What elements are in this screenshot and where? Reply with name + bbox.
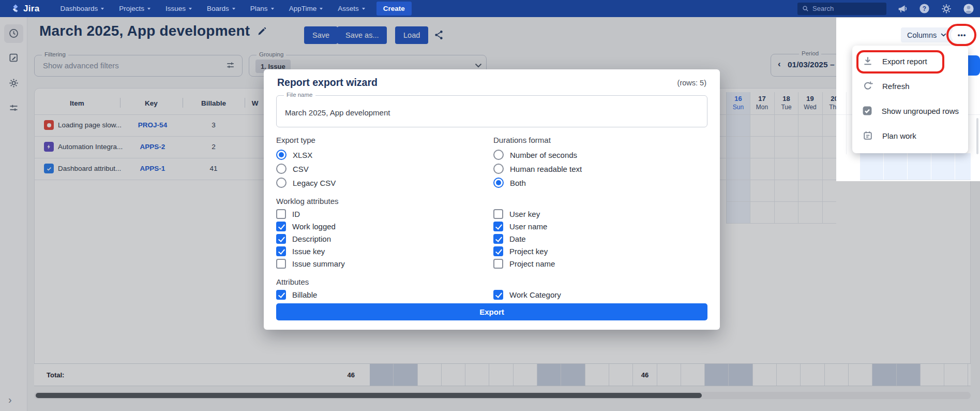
worklog-attributes-label: Worklog attributes — [276, 197, 339, 206]
radio-legacy-csv[interactable]: Legacy CSV — [276, 177, 336, 188]
radio-number-of-seconds[interactable]: Number of seconds — [493, 149, 577, 160]
settings-gear-icon[interactable] — [941, 3, 952, 14]
menu-item-export-report[interactable]: Export report — [852, 49, 968, 74]
search-input[interactable] — [812, 5, 877, 12]
durations-format-label: Durations format — [493, 136, 551, 144]
file-name-input[interactable]: March 2025, App development — [285, 108, 390, 117]
app-root: Jira Dashboards Projects Issues Boards P… — [0, 0, 980, 411]
top-nav: Jira Dashboards Projects Issues Boards P… — [0, 0, 980, 17]
calendar-icon — [862, 130, 874, 141]
nav-item-projects[interactable]: Projects — [119, 5, 150, 12]
checkbox-icon[interactable] — [276, 209, 286, 219]
radio-icon[interactable] — [276, 178, 287, 188]
create-button[interactable]: Create — [376, 2, 412, 16]
radio-icon[interactable] — [276, 150, 287, 160]
nav-item-assets[interactable]: Assets — [338, 5, 365, 12]
checkbox-icon[interactable] — [493, 222, 503, 231]
jira-logo-icon — [10, 4, 21, 14]
more-actions-menu: Export report Refresh Show ungrouped row… — [852, 46, 968, 153]
refresh-icon — [862, 80, 874, 92]
rows-count: (rows: 5) — [677, 79, 706, 87]
checkbox-work-logged[interactable]: Work logged — [276, 221, 336, 232]
checkbox-icon[interactable] — [276, 290, 286, 300]
checkbox-work-category[interactable]: Work Category — [493, 289, 561, 300]
checkbox-icon[interactable] — [276, 259, 286, 269]
checkbox-issue-key[interactable]: Issue key — [276, 245, 325, 257]
checkbox-icon[interactable] — [493, 246, 503, 256]
export-type-label: Export type — [276, 136, 315, 144]
search-icon — [802, 5, 809, 12]
nav-item-plans[interactable]: Plans — [250, 5, 274, 12]
attributes-label: Attributes — [276, 277, 309, 286]
checkbox-project-name[interactable]: Project name — [493, 258, 555, 269]
report-export-wizard-modal: Report export wizard (rows: 5) File name… — [264, 69, 720, 330]
menu-item-show-ungrouped-rows[interactable]: Show ungrouped rows — [852, 98, 968, 123]
file-name-fieldset: File name March 2025, App development — [276, 95, 707, 127]
user-avatar[interactable] — [962, 3, 975, 15]
nav-item-dashboards[interactable]: Dashboards — [60, 5, 104, 12]
more-actions-button[interactable]: ••• — [951, 27, 973, 42]
radio-csv[interactable]: CSV — [276, 163, 309, 174]
radio-icon[interactable] — [493, 178, 504, 188]
checkbox-id[interactable]: ID — [276, 208, 300, 219]
checkbox-icon[interactable] — [276, 246, 286, 256]
checkbox-icon[interactable] — [493, 259, 503, 269]
menu-item-refresh[interactable]: Refresh — [852, 74, 968, 98]
nav-right-cluster: ? — [797, 0, 975, 17]
checkbox-icon[interactable] — [276, 234, 286, 244]
nav-item-boards[interactable]: Boards — [207, 5, 235, 12]
checkbox-icon[interactable] — [493, 234, 503, 244]
checkbox-user-key[interactable]: User key — [493, 208, 540, 219]
jira-logo-text: Jira — [23, 4, 39, 14]
jira-logo[interactable]: Jira — [10, 4, 39, 14]
checkbox-icon[interactable] — [493, 209, 503, 219]
checkbox-project-key[interactable]: Project key — [493, 245, 548, 257]
radio-xlsx[interactable]: XLSX — [276, 149, 312, 160]
checkbox-description[interactable]: Description — [276, 233, 331, 244]
announcements-icon[interactable] — [897, 3, 908, 14]
vertical-scrollbar-thumb[interactable] — [976, 118, 978, 154]
radio-icon[interactable] — [493, 164, 504, 174]
checkbox-issue-summary[interactable]: Issue summary — [276, 258, 345, 269]
radio-icon[interactable] — [493, 150, 504, 160]
checkbox-date[interactable]: Date — [493, 233, 526, 244]
global-search[interactable] — [797, 3, 886, 15]
chevron-down-icon — [941, 33, 946, 37]
modal-title: Report export wizard — [277, 77, 378, 89]
columns-button[interactable]: Columns — [901, 27, 953, 42]
radio-icon[interactable] — [276, 164, 287, 174]
download-icon — [862, 55, 874, 67]
file-name-legend: File name — [284, 92, 315, 98]
radio-both[interactable]: Both — [493, 177, 526, 188]
svg-text:?: ? — [923, 5, 926, 12]
nav-items: Dashboards Projects Issues Boards Plans … — [60, 5, 365, 12]
checkbox-checked-icon — [862, 105, 873, 116]
radio-human-readable[interactable]: Human readable text — [493, 163, 582, 174]
export-button[interactable]: Export — [276, 303, 707, 320]
checkbox-billable[interactable]: Billable — [276, 289, 317, 300]
checkbox-icon[interactable] — [493, 290, 503, 300]
checkbox-icon[interactable] — [276, 222, 286, 231]
planned-work-cells — [860, 153, 971, 180]
checkbox-user-name[interactable]: User name — [493, 221, 547, 232]
nav-item-issues[interactable]: Issues — [165, 5, 192, 12]
nav-item-apptime[interactable]: AppTime — [289, 5, 323, 12]
menu-item-plan-work[interactable]: Plan work — [852, 123, 968, 148]
help-icon[interactable]: ? — [918, 3, 930, 14]
